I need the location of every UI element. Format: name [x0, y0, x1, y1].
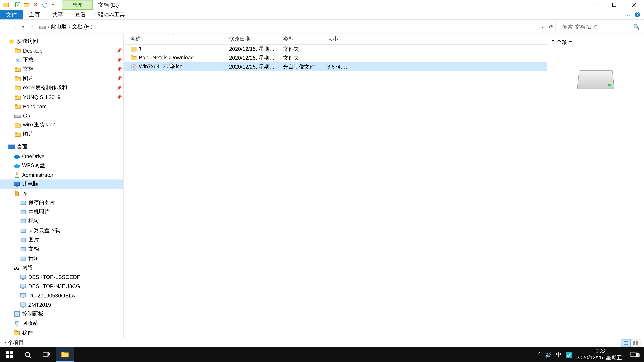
tree-label: 库 — [22, 190, 28, 197]
breadcrumb-chevron-icon[interactable]: › — [68, 24, 71, 29]
ribbon-tab-home[interactable]: 主页 — [23, 10, 46, 19]
tree-label: PC-20190530OBLA — [28, 293, 75, 299]
tree-pinned-item[interactable]: 下载 📌 — [0, 55, 124, 64]
tree-library-item[interactable]: 本机照片 — [0, 207, 124, 217]
tree-quick-access[interactable]: ⭐ 快速访问 — [0, 37, 124, 46]
ribbon-tab-share[interactable]: 共享 — [46, 10, 69, 19]
action-center-button[interactable]: 3 — [626, 352, 641, 358]
tree-label: 图片 — [28, 236, 39, 244]
library-item-icon — [20, 218, 26, 225]
tree-recent-item[interactable]: G:\ — [0, 111, 124, 120]
tree-library-item[interactable]: 文档 — [0, 244, 124, 254]
task-view-button[interactable] — [37, 348, 56, 362]
svg-rect-46 — [20, 275, 26, 278]
svg-rect-73 — [6, 352, 9, 354]
taskbar-clock[interactable]: 16:32 2020/12/25, 星期五 — [576, 349, 622, 361]
view-large-icons-button[interactable] — [631, 339, 640, 347]
svg-rect-28 — [15, 132, 17, 133]
tree-recent-item[interactable]: Bandicam — [0, 102, 124, 111]
download-icon — [14, 56, 21, 63]
tree-network-pc[interactable]: ZMT2019 — [0, 300, 124, 309]
tree-item[interactable]: 回收站 — [0, 319, 124, 328]
view-details-button[interactable] — [621, 339, 631, 347]
ime-indicator[interactable]: 中 — [556, 351, 562, 359]
svg-rect-18 — [15, 85, 17, 87]
tree-recent-item[interactable]: 图片 — [0, 130, 124, 139]
address-history-dropdown[interactable]: ⌄ — [540, 24, 547, 29]
pin-icon: 📌 — [116, 94, 122, 99]
file-row[interactable]: Win7x64_2020.iso 2020/12/25, 星期五 1... 光盘… — [124, 62, 546, 71]
qat-properties-icon[interactable] — [14, 2, 21, 8]
tree-library-item[interactable]: 音乐 — [0, 254, 124, 263]
tree-label: 软件 — [22, 329, 33, 336]
taskbar-file-explorer[interactable] — [56, 348, 74, 362]
maximize-button[interactable] — [604, 0, 624, 10]
column-type[interactable]: 类型 — [277, 35, 321, 43]
address-bar[interactable]: › 此电脑 › 文档 (E:) › ⌄ ⟳ — [37, 21, 556, 32]
tree-network-pc[interactable]: PC-20190530OBLA — [0, 291, 124, 300]
tree-item[interactable]: 控制面板 — [0, 309, 124, 319]
close-button[interactable] — [624, 0, 644, 10]
search-icon[interactable]: 🔍 — [631, 24, 642, 30]
breadcrumb-this-pc[interactable]: 此电脑 — [51, 23, 67, 30]
tree-network-pc[interactable]: DESKTOP-LSSOEDP — [0, 272, 124, 282]
qat-customize-icon[interactable]: ▾ — [50, 2, 56, 8]
tree-pinned-item[interactable]: YUNQISHI2019 📌 — [0, 92, 124, 102]
tray-app-icon[interactable] — [566, 352, 572, 358]
status-item-count: 3 个项目 — [4, 339, 24, 347]
minimize-button[interactable] — [584, 0, 604, 10]
nav-forward-button[interactable]: → — [10, 21, 18, 32]
file-row[interactable]: BaiduNetdiskDownload 2020/12/25, 星期五 1..… — [124, 53, 546, 62]
column-size[interactable]: 大小 — [321, 35, 352, 43]
breadcrumb-chevron-icon[interactable]: › — [94, 24, 96, 29]
column-date[interactable]: 修改日期 — [223, 35, 277, 43]
volume-icon[interactable]: 🔊 — [545, 352, 552, 358]
search-input[interactable] — [559, 24, 631, 30]
cell-type: 光盘映像文件 — [277, 63, 321, 70]
taskbar-search-button[interactable] — [18, 348, 37, 362]
tree-item[interactable]: Administrator — [0, 170, 124, 179]
tree-pinned-item[interactable]: 图片 📌 — [0, 74, 124, 83]
file-row[interactable]: 1 2020/12/15, 星期二 1... 文件夹 — [124, 44, 546, 53]
tree-network[interactable]: 🖧 网络 — [0, 263, 124, 272]
tree-network-pc[interactable]: DESKTOP-NJEU3CG — [0, 282, 124, 291]
tree-recent-item[interactable]: win7重装win7 — [0, 120, 124, 129]
library-item-icon — [20, 255, 26, 262]
tray-overflow-icon[interactable]: ˄ — [538, 352, 541, 358]
qat-delete-icon[interactable]: ✕ — [32, 2, 38, 8]
tree-item[interactable]: 此电脑 — [0, 179, 124, 189]
tree-item[interactable]: 软件 — [0, 328, 124, 337]
tree-pinned-item[interactable]: excel表格制作求和 📌 — [0, 83, 124, 92]
ribbon-tab-drivetools[interactable]: 驱动器工具 — [92, 10, 131, 19]
search-box[interactable]: 🔍 — [559, 21, 642, 32]
qat-undo-icon[interactable] — [41, 2, 47, 8]
tree-item[interactable]: OneDrive — [0, 152, 124, 161]
tree-item[interactable]: 库 — [0, 189, 124, 198]
navigation-tree[interactable]: ⭐ 快速访问 Desktop 📌 下载 📌 文档 📌 图片 📌 excel表格制… — [0, 34, 124, 338]
ribbon-tab-file[interactable]: 文件 — [0, 10, 23, 19]
start-button[interactable] — [0, 348, 18, 362]
tree-pinned-item[interactable]: 文档 📌 — [0, 64, 124, 74]
tree-item[interactable]: WPS网盘 — [0, 161, 124, 170]
refresh-button[interactable]: ⟳ — [548, 24, 554, 30]
ribbon-tab-view[interactable]: 查看 — [69, 10, 92, 19]
tree-desktop[interactable]: 桌面 — [0, 142, 124, 151]
nav-recent-dropdown[interactable]: ▾ — [19, 21, 27, 32]
nav-back-button[interactable]: ← — [2, 21, 10, 32]
breadcrumb-chevron-icon[interactable]: › — [47, 24, 50, 29]
folder-icon — [13, 329, 20, 336]
tree-library-item[interactable]: 视频 — [0, 217, 124, 226]
tree-library-item[interactable]: 天翼云盘下载 — [0, 226, 124, 235]
tree-library-item[interactable]: 保存的图片 — [0, 198, 124, 207]
ribbon-context-tab-manage[interactable]: 管理 — [62, 0, 93, 10]
svg-rect-0 — [3, 3, 8, 7]
nav-up-button[interactable]: ↑ — [28, 21, 36, 32]
help-icon[interactable]: ? — [634, 11, 640, 18]
tree-library-item[interactable]: 图片 — [0, 235, 124, 244]
qat-new-folder-icon[interactable] — [24, 2, 30, 8]
tree-label: 桌面 — [17, 143, 27, 151]
ribbon-expand-icon[interactable]: ⌄ — [626, 11, 630, 18]
svg-rect-57 — [14, 330, 16, 332]
breadcrumb-drive[interactable]: 文档 (E:) — [72, 23, 92, 30]
tree-pinned-item[interactable]: Desktop 📌 — [0, 46, 124, 55]
